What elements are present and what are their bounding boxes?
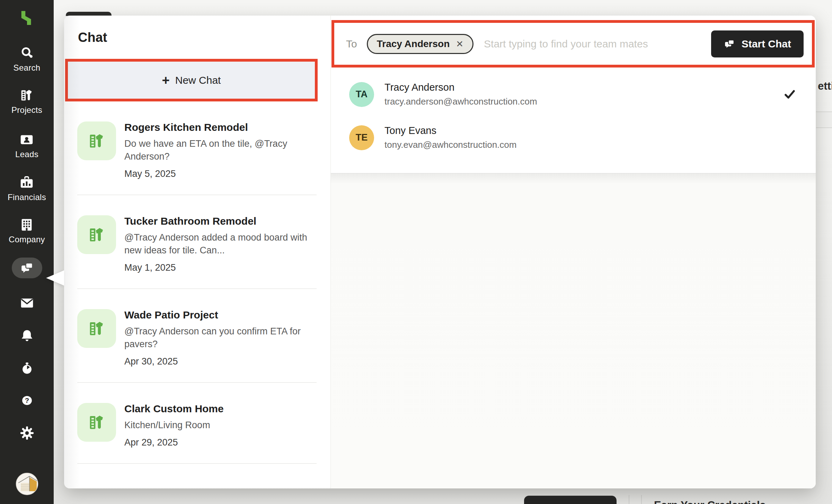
bell-icon [19,327,35,343]
chat-list: Rogers Kitchen Remodel Do we have an ETA… [64,101,330,488]
sidebar-item-search[interactable]: Search [14,45,41,73]
chat-title: Tucker Bathroom Remodel [124,215,317,227]
project-icon [77,403,116,442]
team-mate-list: TA Tracy Anderson tracy.anderson@awhcons… [331,68,816,173]
background-band [816,112,832,127]
compose-empty-area [331,173,816,488]
sidebar-item-notifications[interactable] [19,327,35,343]
background-divider [641,495,642,504]
chat-list-panel: Chat + New Chat Rogers Kitchen Remodel D… [64,16,331,488]
team-mate-search-input[interactable] [484,38,711,50]
remove-recipient-icon[interactable]: ✕ [456,39,463,48]
chat-preview: Kitchen/Living Room [124,419,313,432]
chat-list-item[interactable]: Clark Custom Home Kitchen/Living Room Ap… [64,383,330,448]
leads-icon [19,132,35,147]
financials-icon [19,174,35,190]
sidebar-item-mail[interactable] [19,295,35,311]
sidebar-item-financials[interactable]: Financials [8,174,46,202]
start-chat-button[interactable]: Start Chat [711,30,804,57]
background-button-fragment [524,496,617,504]
projects-icon [19,87,35,103]
company-icon [19,217,35,233]
help-icon: ? [19,393,35,408]
sidebar-item-chat-active[interactable] [12,258,42,278]
project-icon [77,122,116,160]
new-chat-button[interactable]: + New Chat [68,62,315,99]
new-chat-compose-panel: To Tracy Anderson ✕ Start Chat [331,16,816,488]
sidebar: Search Projects Leads Financials [0,0,54,504]
member-email: tony.evan@awhconstruction.com [384,140,516,150]
plus-icon: + [162,74,170,87]
background-divider [816,111,832,112]
chat-icon [724,38,735,50]
start-chat-label: Start Chat [742,38,791,50]
page-title: Chat [78,30,330,45]
sidebar-item-label: Leads [15,150,38,159]
background-divider [629,495,629,504]
mail-icon [19,295,35,311]
recipient-chip-name: Tracy Anderson [377,38,450,50]
member-email: tracy.anderson@awhconstruction.com [384,96,537,107]
chat-list-item[interactable]: Rogers Kitchen Remodel Do we have an ETA… [64,101,330,179]
team-mate-row-tony[interactable]: TE Tony Evans tony.evan@awhconstruction.… [331,116,816,159]
background-divider [816,127,832,128]
chat-title: Rogers Kitchen Remodel [124,122,317,133]
sidebar-item-label: Company [9,235,45,244]
recipient-chip[interactable]: Tracy Anderson ✕ [367,34,473,54]
chat-date: Apr 29, 2025 [124,437,317,448]
chat-list-item[interactable]: Wade Patio Project @Tracy Anderson can y… [64,289,330,367]
divider [77,463,317,464]
chat-modal: Chat + New Chat Rogers Kitchen Remodel D… [64,16,816,488]
member-name: Tony Evans [384,125,516,136]
new-chat-button-label: New Chat [175,74,221,86]
chat-preview: @Tracy Anderson can you confirm ETA for … [124,325,313,351]
settings-icon [19,425,35,441]
avatar: TE [349,125,374,150]
sidebar-item-company[interactable]: Company [9,217,45,244]
search-icon [19,45,35,61]
sidebar-item-time-tracking[interactable] [19,360,35,376]
project-icon [77,309,116,348]
chat-date: Apr 30, 2025 [124,356,317,367]
member-name: Tracy Anderson [384,82,537,93]
chat-date: May 5, 2025 [124,169,317,179]
to-field: To Tracy Anderson ✕ Start Chat [334,23,812,65]
chat-preview: Do we have an ETA on the tile, @Tracy An… [124,137,313,163]
project-icon [77,215,116,254]
sidebar-item-help[interactable]: ? [19,393,35,408]
chat-title: Wade Patio Project [124,309,317,321]
user-avatar[interactable] [15,472,39,496]
sidebar-item-settings[interactable] [19,425,35,441]
sidebar-item-label: Projects [11,105,42,115]
svg-text:?: ? [25,397,29,404]
sidebar-item-label: Search [14,63,41,73]
avatar: TA [349,82,374,107]
chat-icon [20,261,34,275]
houzz-logo-icon[interactable] [19,10,35,26]
chat-list-item[interactable]: Tucker Bathroom Remodel @Tracy Anderson … [64,195,330,273]
chat-title: Clark Custom Home [124,403,317,415]
sidebar-item-label: Financials [8,192,46,202]
selected-check-icon [783,88,796,101]
annotation-highlight-to-field: To Tracy Anderson ✕ Start Chat [331,20,815,68]
to-label: To [346,38,357,50]
team-mate-row-tracy[interactable]: TA Tracy Anderson tracy.anderson@awhcons… [331,73,816,116]
background-settings-text-fragment: ettin [818,80,832,92]
chat-preview: @Tracy Anderson added a mood board with … [124,231,313,257]
chat-date: May 1, 2025 [124,262,317,273]
timer-icon [19,360,35,376]
chat-panel-pointer-notch [46,270,64,286]
background-credentials-text-fragment: Earn Your Credentials [654,499,766,504]
annotation-highlight-new-chat: + New Chat [65,59,318,101]
sidebar-item-projects[interactable]: Projects [11,87,42,115]
sidebar-item-leads[interactable]: Leads [15,132,38,159]
